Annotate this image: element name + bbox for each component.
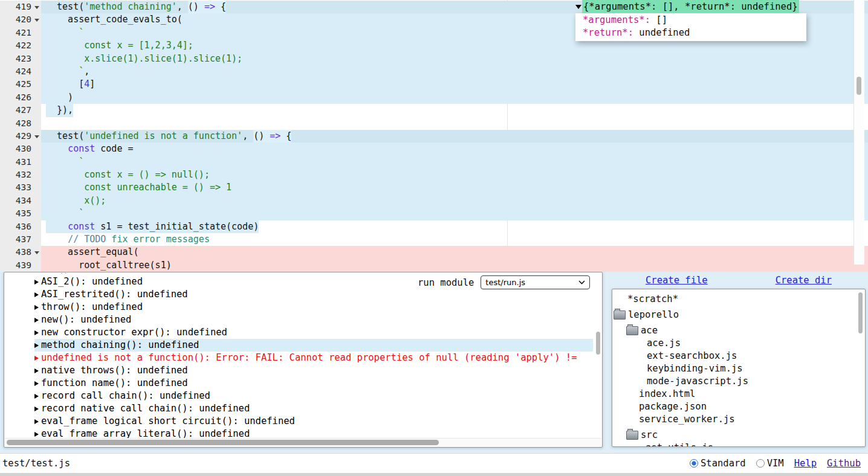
test-result-item[interactable]: method chaining(): undefined <box>34 339 593 352</box>
tree-item[interactable]: ace.js <box>612 337 856 350</box>
editor-scrollbar-thumb[interactable] <box>857 77 861 95</box>
tree-item[interactable]: ast_utils.js <box>612 442 856 446</box>
test-result-item[interactable]: record call chain(): undefined <box>34 390 593 402</box>
test-result-item[interactable]: throw(): undefined <box>34 301 593 314</box>
fold-arrow-icon[interactable] <box>34 251 39 254</box>
result-expand-icon[interactable] <box>34 330 39 335</box>
tree-item[interactable]: leporello <box>612 309 856 321</box>
code-line[interactable]: 422 const x = [1,2,3,4]; <box>0 39 868 52</box>
test-result-item[interactable]: eval_frame logical short circuit(): unde… <box>34 415 593 428</box>
code-line[interactable]: 435 ` <box>0 207 868 220</box>
code-text[interactable]: const s1 = test_initial_state(code) <box>41 220 868 233</box>
result-expand-icon[interactable] <box>34 432 39 437</box>
tree-item[interactable]: keybinding-vim.js <box>612 362 856 375</box>
tree-item[interactable]: *scratch* <box>612 293 856 306</box>
code-text[interactable]: const x = [1,2,3,4]; <box>41 39 868 52</box>
code-text[interactable]: root_calltree(s1) <box>41 259 868 272</box>
editor-scrollbar[interactable] <box>853 0 864 265</box>
code-text[interactable]: const x = () => null(); <box>41 169 868 181</box>
code-text[interactable]: ` <box>41 156 868 169</box>
value-popup-row[interactable]: *return*: undefined <box>583 27 803 39</box>
result-expand-icon[interactable] <box>34 394 39 399</box>
fold-arrow-icon[interactable] <box>34 6 39 9</box>
results-horizontal-scrollbar-thumb[interactable] <box>7 440 439 445</box>
test-result-item[interactable]: ASI_restrited(): undefined <box>34 288 593 301</box>
code-line[interactable]: 426 ) <box>0 91 868 104</box>
github-link[interactable]: Github <box>827 458 861 469</box>
code-line[interactable]: 439 root_calltree(s1) <box>0 259 868 272</box>
code-text[interactable]: ` <box>41 207 868 220</box>
status-bar: test/test.js Standard VIM Help Github <box>0 453 868 473</box>
code-text[interactable] <box>41 117 868 130</box>
code-line[interactable]: 427 }), <box>0 104 868 117</box>
code-line[interactable]: 436 const s1 = test_initial_state(code) <box>0 220 868 233</box>
result-expand-icon[interactable] <box>34 305 39 310</box>
test-result-item[interactable]: function name(): undefined <box>34 377 593 390</box>
results-horizontal-scrollbar[interactable] <box>5 438 601 446</box>
test-result-item[interactable]: undefined is not a function(): Error: FA… <box>34 352 593 364</box>
tree-item[interactable]: src <box>612 429 856 442</box>
test-result-item[interactable]: eval_frame array_literal(): undefined <box>34 428 593 438</box>
code-line[interactable]: 433 const unreachable = () => 1 <box>0 181 868 194</box>
result-expand-icon[interactable] <box>34 318 39 323</box>
result-expand-icon[interactable] <box>34 292 39 297</box>
help-link[interactable]: Help <box>794 458 817 469</box>
code-line[interactable]: 434 x(); <box>0 195 868 207</box>
test-result-item[interactable]: new constructor expr(): undefined <box>34 326 593 339</box>
code-text[interactable]: ) <box>41 91 868 104</box>
code-text[interactable]: }), <box>41 104 868 117</box>
code-line[interactable]: 438 assert_equal( <box>0 246 868 259</box>
code-editor[interactable]: 419 test('method chaining', () => {420 a… <box>0 0 868 265</box>
create-dir-link[interactable]: Create dir <box>776 275 832 286</box>
tree-vertical-scrollbar-thumb[interactable] <box>858 292 863 333</box>
tree-item[interactable]: mode-javascript.js <box>612 375 856 388</box>
radio-selected-icon[interactable] <box>690 459 698 468</box>
code-text[interactable]: assert_equal( <box>41 246 868 259</box>
code-text[interactable]: test('undefined is not a function', () =… <box>41 130 868 143</box>
collapse-triangle-icon[interactable] <box>575 5 581 9</box>
code-text[interactable]: [4] <box>41 78 868 91</box>
result-expand-icon[interactable] <box>34 343 39 348</box>
keybinding-vim-option[interactable]: VIM <box>756 458 784 469</box>
value-popup-row[interactable]: *arguments*: [] <box>583 14 803 27</box>
code-text[interactable]: const unreachable = () => 1 <box>41 181 868 194</box>
run-module-select[interactable]: test/run.js <box>481 275 590 289</box>
keybinding-standard-option[interactable]: Standard <box>690 458 746 469</box>
result-expand-icon[interactable] <box>34 407 39 411</box>
test-result-item[interactable]: new(): undefined <box>34 314 593 326</box>
test-result-item[interactable]: native throws(): undefined <box>34 364 593 377</box>
tree-item[interactable]: service_worker.js <box>612 413 856 426</box>
code-line[interactable]: 423 x.slice(1).slice(1).slice(1); <box>0 53 868 65</box>
code-line[interactable]: 430 const code = <box>0 143 868 155</box>
test-result-item[interactable]: record native call chain(): undefined <box>34 402 593 415</box>
code-line[interactable]: 437 // TODO fix error messages <box>0 233 868 246</box>
tree-item[interactable]: index.html <box>612 388 856 400</box>
code-line[interactable]: 425 [4] <box>0 78 868 91</box>
fold-arrow-icon[interactable] <box>34 19 39 22</box>
code-text[interactable]: x.slice(1).slice(1).slice(1); <box>41 53 868 65</box>
code-line[interactable]: 432 const x = () => null(); <box>0 169 868 181</box>
code-line[interactable]: 431 ` <box>0 156 868 169</box>
tree-item[interactable]: ext-searchbox.js <box>612 350 856 362</box>
code-line[interactable]: 424 `, <box>0 65 868 78</box>
code-text[interactable]: `, <box>41 65 868 78</box>
radio-unselected-icon[interactable] <box>756 459 765 468</box>
create-file-link[interactable]: Create file <box>646 275 708 286</box>
results-vertical-scrollbar-thumb[interactable] <box>596 332 600 355</box>
value-popup-header[interactable]: {*arguments*: [], *return*: undefined} <box>575 0 806 13</box>
tree-item[interactable]: ace <box>612 324 856 337</box>
code-text[interactable]: const code = <box>41 143 868 155</box>
result-expand-icon[interactable] <box>34 419 39 424</box>
code-text[interactable]: x(); <box>41 195 868 207</box>
code-line[interactable]: 429 test('undefined is not a function', … <box>0 130 868 143</box>
value-inspector-popup[interactable]: {*arguments*: [], *return*: undefined} *… <box>575 0 806 41</box>
code-line[interactable]: 428 <box>0 117 868 130</box>
value-popup-summary[interactable]: {*arguments*: [], *return*: undefined} <box>582 0 799 13</box>
fold-arrow-icon[interactable] <box>34 135 39 138</box>
result-expand-icon[interactable] <box>34 280 39 285</box>
code-text[interactable]: // TODO fix error messages <box>41 233 868 246</box>
result-expand-icon[interactable] <box>34 381 39 386</box>
result-expand-icon[interactable] <box>34 356 39 361</box>
result-expand-icon[interactable] <box>34 368 39 373</box>
tree-item[interactable]: package.json <box>612 400 856 413</box>
